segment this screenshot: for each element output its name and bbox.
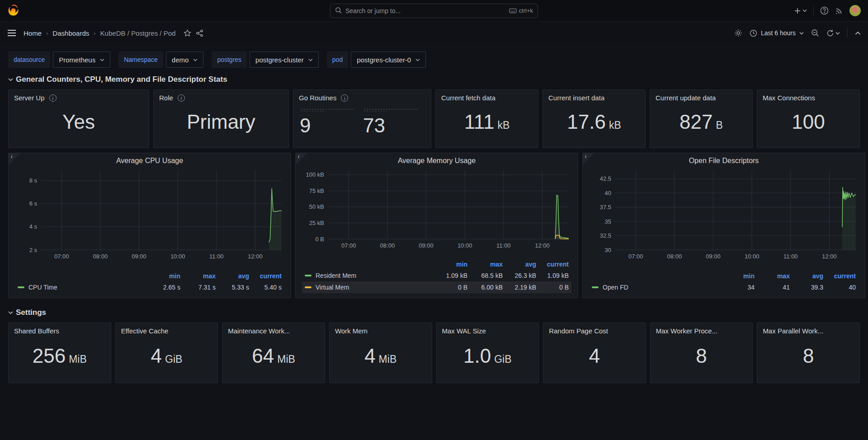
- breadcrumb-item[interactable]: Home: [24, 29, 42, 37]
- stat-panel-title: Maintenance Work...: [228, 327, 290, 335]
- chart-svg[interactable]: 42.54037.53532.53007:0008:0009:0010:0011…: [588, 168, 859, 262]
- stat-value: 100: [792, 112, 825, 132]
- dashboard-settings-button[interactable]: [734, 29, 742, 37]
- svg-text:50 kB: 50 kB: [309, 203, 324, 210]
- legend: minmaxavgcurrentCPU Time2.65 s7.31 s5.33…: [14, 271, 285, 294]
- legend-sort-header[interactable]: avg: [503, 261, 536, 268]
- stat-value-unit: MiB: [277, 354, 295, 365]
- stat-value-number: 4: [364, 346, 375, 366]
- stat-value: 1.0GiB: [463, 346, 512, 366]
- legend-sort-header[interactable]: max: [180, 272, 216, 280]
- stat-value-text: 4GiB: [151, 346, 183, 366]
- info-icon[interactable]: i: [178, 94, 185, 102]
- chevron-down-icon: [193, 58, 198, 61]
- chevron-up-icon: [855, 31, 861, 35]
- legend-sort-header[interactable]: current: [249, 272, 282, 280]
- stat-panel: Current fetch data111kB: [435, 89, 538, 148]
- legend-sort-header[interactable]: min: [434, 261, 467, 268]
- legend-series-label[interactable]: Resident Mem: [305, 272, 434, 279]
- zoom-out-button[interactable]: [811, 29, 819, 37]
- panel-info-corner[interactable]: i: [583, 153, 594, 165]
- variable-label: pod: [327, 51, 348, 68]
- chart-svg[interactable]: 100 kB75 kB50 kB25 kB0 B07:0008:0009:001…: [301, 168, 572, 251]
- stat-value-number: 827: [679, 112, 712, 132]
- news-button[interactable]: [835, 7, 843, 15]
- dashboard-canvas: datasourcePrometheusNamespacedemopostgre…: [0, 44, 868, 383]
- panel-title[interactable]: Open File Descriptors: [588, 156, 859, 168]
- stat-values: 64MiB: [228, 335, 319, 377]
- legend-series-label[interactable]: CPU Time: [18, 284, 147, 291]
- stat-value-number: 111: [464, 112, 495, 132]
- legend-value: 0 B: [434, 284, 467, 291]
- search-input[interactable]: Search or jump to... ctrl+k: [330, 4, 538, 18]
- zoom-out-icon: [811, 29, 819, 37]
- panel-title[interactable]: Average Memory Usage: [301, 156, 572, 168]
- svg-text:75 kB: 75 kB: [309, 187, 324, 194]
- stat-value-text: 8: [696, 346, 707, 366]
- chevron-down-icon: [8, 78, 13, 81]
- svg-text:10:00: 10:00: [458, 242, 472, 249]
- user-avatar[interactable]: [849, 5, 861, 16]
- collapse-toolbar-button[interactable]: [855, 31, 861, 35]
- share-button[interactable]: [196, 29, 203, 37]
- variable-value-dropdown[interactable]: postgres-cluster-0: [351, 51, 426, 68]
- info-icon[interactable]: i: [341, 94, 348, 102]
- variable-value-dropdown[interactable]: demo: [166, 51, 204, 68]
- stat-panel-title: Current fetch data: [441, 94, 495, 102]
- legend-header-row: minmaxavgcurrent: [302, 259, 571, 270]
- grafana-logo[interactable]: [7, 5, 19, 17]
- svg-text:2 s: 2 s: [29, 247, 38, 253]
- breadcrumb-item[interactable]: Dashboards: [52, 29, 89, 37]
- svg-text:08:00: 08:00: [380, 242, 395, 249]
- stat-value-number: Primary: [187, 112, 255, 132]
- stat-panel-header: Current insert data: [548, 94, 640, 102]
- info-icon[interactable]: i: [49, 94, 57, 102]
- stat-value: 64MiB: [252, 346, 295, 366]
- panel-title[interactable]: Average CPU Usage: [14, 156, 285, 168]
- search-icon: [335, 7, 342, 15]
- panel-info-corner[interactable]: i: [9, 153, 20, 165]
- stat-panel-title: Max Parallel Work...: [763, 327, 823, 335]
- section-general[interactable]: General Counters, CPU, Memory and File D…: [8, 75, 860, 84]
- svg-text:0 B: 0 B: [315, 236, 324, 243]
- svg-text:07:00: 07:00: [628, 253, 643, 260]
- stat-panel-header: Maintenance Work...: [228, 327, 319, 335]
- legend-sort-header[interactable]: avg: [216, 272, 249, 280]
- stat-panel-header: Current update data: [656, 94, 747, 102]
- stat-panel: RoleiPrimary: [153, 89, 289, 148]
- legend-sort-header[interactable]: min: [147, 272, 180, 280]
- legend-sort-header[interactable]: avg: [790, 272, 823, 280]
- variable-value-dropdown[interactable]: postgres-cluster: [250, 51, 319, 68]
- favorite-button[interactable]: [184, 29, 191, 37]
- stat-value-unit: GiB: [165, 354, 182, 365]
- legend-series-name: Virtual Mem: [316, 284, 349, 291]
- stat-panel-header: Shared Buffers: [14, 327, 105, 335]
- legend-series-label[interactable]: Virtual Mem: [305, 284, 434, 291]
- time-range-picker[interactable]: Last 6 hours: [750, 29, 804, 37]
- legend-value: 5.40 s: [249, 284, 282, 291]
- panel-info-corner[interactable]: i: [296, 153, 307, 165]
- legend-sort-header[interactable]: max: [467, 261, 503, 268]
- menu-button[interactable]: [7, 29, 16, 37]
- legend-sort-header[interactable]: current: [536, 261, 569, 268]
- svg-text:10:00: 10:00: [745, 253, 760, 260]
- time-range-label: Last 6 hours: [761, 29, 796, 37]
- sparkline: [363, 108, 421, 112]
- legend-sort-header[interactable]: max: [755, 272, 790, 280]
- legend-sort-header[interactable]: current: [823, 272, 856, 280]
- section-settings[interactable]: Settings: [8, 308, 860, 317]
- stat-panel-title: Max Worker Proce...: [656, 327, 717, 335]
- news-icon: [835, 7, 843, 15]
- legend-series-label[interactable]: Open FD: [592, 284, 721, 291]
- stat-values: 8: [656, 335, 747, 377]
- stat-values: Yes: [14, 102, 143, 142]
- plot-area: 42.54037.53532.53007:0008:0009:0010:0011…: [588, 168, 859, 271]
- refresh-button[interactable]: [826, 29, 840, 37]
- variable-value-dropdown[interactable]: Prometheus: [53, 51, 110, 68]
- settings-stats-row: Shared Buffers256MiBEffective Cache4GiBM…: [8, 323, 860, 383]
- legend-sort-header[interactable]: min: [721, 272, 755, 280]
- add-button[interactable]: [794, 7, 807, 14]
- svg-text:07:00: 07:00: [341, 242, 356, 249]
- chart-svg[interactable]: 8 s6 s4 s2 s07:0008:0009:0010:0011:0012:…: [14, 168, 285, 262]
- help-button[interactable]: [820, 6, 829, 15]
